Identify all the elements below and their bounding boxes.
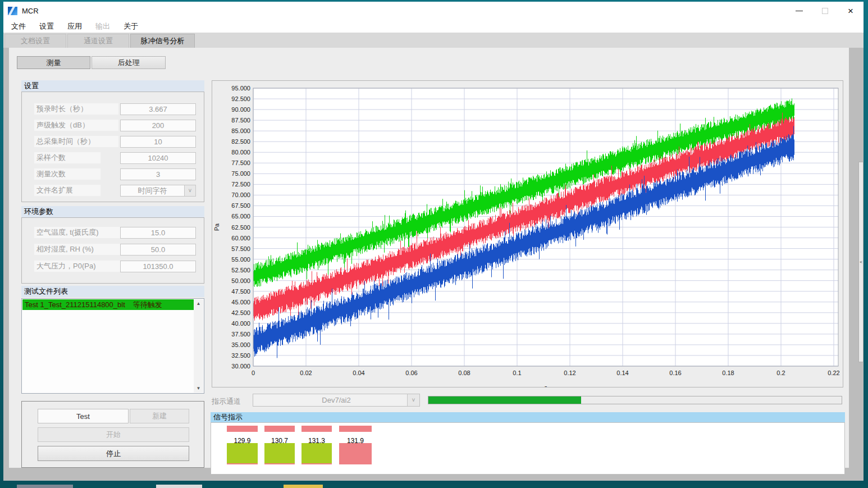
new-button[interactable]: 新建 <box>130 409 189 423</box>
indicator-block <box>227 443 258 464</box>
air-temperature-input[interactable]: 15.0 <box>120 227 196 239</box>
file-name: Test 1_Test_211215114800_blt <box>25 300 125 309</box>
menu-about[interactable]: 关于 <box>124 21 138 31</box>
progress-fill <box>428 396 581 404</box>
svg-text:87.500: 87.500 <box>231 117 250 124</box>
indicator-top-bar <box>227 426 258 432</box>
signal-indicator: 131.9 <box>339 423 372 474</box>
measure-mode-button[interactable]: 测量 <box>17 56 90 69</box>
svg-text:95.000: 95.000 <box>231 85 250 92</box>
svg-text:55.000: 55.000 <box>231 256 250 263</box>
menu-output[interactable]: 输出 <box>95 21 110 31</box>
svg-text:50.000: 50.000 <box>231 277 250 284</box>
close-button[interactable]: × <box>838 2 864 20</box>
svg-text:0.1: 0.1 <box>513 370 521 376</box>
tab-channel-settings[interactable]: 通道设置 <box>67 34 129 48</box>
list-scrollbar[interactable]: ▲ ▼ <box>194 299 203 393</box>
collapse-handle[interactable]: < <box>858 162 864 362</box>
svg-text:0.2: 0.2 <box>776 370 785 376</box>
signal-panel-header: 信号指示 <box>211 412 845 422</box>
indicator-top-bar <box>339 426 372 432</box>
signal-panel: 129.9 130.7 131.3 131.9 <box>211 422 845 475</box>
svg-text:37.500: 37.500 <box>231 331 250 338</box>
test-file-list[interactable]: Test 1_Test_211215114800_blt 等待触发 ▲ ▼ <box>21 298 204 394</box>
title-bar: MCR × <box>3 2 864 20</box>
svg-text:0.08: 0.08 <box>458 370 470 376</box>
svg-text:35.000: 35.000 <box>231 341 250 348</box>
indicator-block <box>339 443 372 464</box>
svg-text:65.000: 65.000 <box>231 213 250 220</box>
svg-text:80.000: 80.000 <box>231 149 250 156</box>
window-title: MCR <box>22 7 39 15</box>
menu-bar: 文件 设置 应用 输出 关于 <box>3 20 864 33</box>
tab-document-settings[interactable]: 文档设置 <box>4 34 66 48</box>
svg-text:45.000: 45.000 <box>231 299 250 305</box>
signal-indicator: 130.7 <box>264 423 295 474</box>
field-label: 预录时长（秒） <box>34 103 118 115</box>
desktop-icons <box>284 485 323 488</box>
menu-settings[interactable]: 设置 <box>39 21 54 31</box>
field-label: 文件名扩展 <box>34 185 100 196</box>
relative-humidity-input[interactable]: 50.0 <box>120 244 196 256</box>
minimize-button[interactable] <box>786 2 812 20</box>
field-label: 声级触发（dB） <box>34 120 118 131</box>
svg-text:67.500: 67.500 <box>231 202 250 209</box>
environment-box: 空气温度, t(摄氏度) 15.0 相对湿度, RH (%) 50.0 大气压力… <box>21 217 204 284</box>
indicator-top-bar <box>264 426 295 432</box>
svg-text:77.500: 77.500 <box>231 159 250 166</box>
tab-pulse-signal-analysis[interactable]: 脉冲信号分析 <box>130 34 195 48</box>
stop-button[interactable]: 停止 <box>38 446 189 461</box>
measure-count-input[interactable]: 3 <box>120 168 196 180</box>
desktop-icons <box>156 485 202 488</box>
field-label: 测量次数 <box>34 168 100 180</box>
level-trigger-input[interactable]: 200 <box>120 120 196 131</box>
svg-text:0.06: 0.06 <box>405 370 417 376</box>
menu-apply[interactable]: 应用 <box>67 21 82 31</box>
signal-indicator: 131.3 <box>301 423 332 474</box>
chevron-down-icon[interactable]: ˅ <box>184 185 195 196</box>
progress-bar <box>428 396 842 404</box>
prerecord-duration-input[interactable]: 3.667 <box>120 103 196 115</box>
svg-text:40.000: 40.000 <box>231 320 250 327</box>
test-name-input[interactable]: Test <box>38 409 129 423</box>
desktop-strip <box>0 484 868 488</box>
svg-text:90.000: 90.000 <box>231 106 250 113</box>
svg-text:42.500: 42.500 <box>231 309 250 316</box>
start-button[interactable]: 开始 <box>38 427 189 442</box>
total-acquire-time-input[interactable]: 10 <box>120 136 196 148</box>
file-status: 等待触发 <box>133 300 162 310</box>
indicator-block <box>301 443 332 464</box>
svg-text:52.500: 52.500 <box>231 267 250 273</box>
tab-strip: 文档设置 通道设置 脉冲信号分析 <box>3 33 864 48</box>
svg-text:62.500: 62.500 <box>231 224 250 231</box>
air-pressure-input[interactable]: 101350.0 <box>120 261 196 272</box>
desktop-icons <box>17 485 73 488</box>
maximize-button[interactable] <box>812 2 838 20</box>
list-item[interactable]: Test 1_Test_211215114800_blt 等待触发 <box>22 299 194 310</box>
scroll-up-icon[interactable]: ▲ <box>197 299 201 308</box>
svg-text:92.500: 92.500 <box>231 95 250 102</box>
chevron-down-icon[interactable]: ˅ <box>407 394 419 406</box>
svg-text:0.16: 0.16 <box>669 370 681 376</box>
menu-file[interactable]: 文件 <box>11 21 26 31</box>
sample-count-input[interactable]: 10240 <box>120 152 196 164</box>
filename-extension-value: 时间字符 <box>138 186 167 196</box>
scroll-down-icon[interactable]: ▼ <box>197 384 201 393</box>
svg-text:72.500: 72.500 <box>231 181 250 188</box>
desktop: MCR × 文件 设置 应用 输出 关于 文档设置 通道设置 脉冲信号分析 测量… <box>0 0 868 488</box>
signal-chart: 95.00092.50090.00087.50085.00082.50080.0… <box>212 80 843 387</box>
app-icon <box>8 7 17 15</box>
settings-box: 预录时长（秒） 3.667 声级触发（dB） 200 总采集时间（秒） 10 采… <box>21 92 204 202</box>
svg-text:s: s <box>544 384 547 387</box>
settings-header: 设置 <box>21 80 204 92</box>
control-box: Test 新建 开始 停止 <box>21 401 204 468</box>
indicator-top-bar <box>301 426 332 432</box>
svg-text:0.02: 0.02 <box>300 370 312 376</box>
field-label: 大气压力，P0(Pa) <box>34 261 120 272</box>
file-list-header: 测试文件列表 <box>21 286 204 297</box>
postprocess-mode-button[interactable]: 后处理 <box>92 56 166 69</box>
close-icon: × <box>848 6 853 16</box>
svg-text:75.000: 75.000 <box>231 170 250 177</box>
filename-extension-dropdown[interactable]: 时间字符 ˅ <box>120 185 196 197</box>
indicator-channel-dropdown[interactable]: Dev7/ai2 ˅ <box>253 394 420 407</box>
